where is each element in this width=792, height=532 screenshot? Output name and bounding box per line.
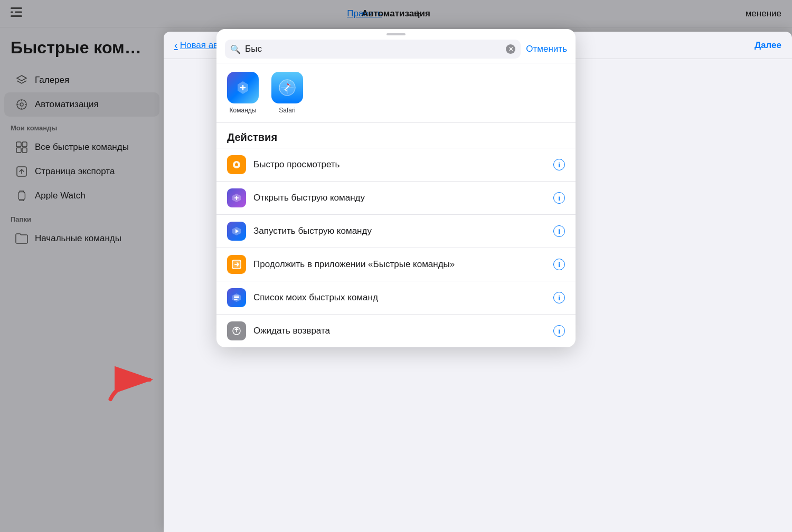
search-icon: 🔍: [230, 44, 241, 54]
action-run-shortcut-info[interactable]: i: [553, 225, 565, 237]
action-await-return-label: Ожидать возврата: [253, 326, 546, 336]
sheet-handle: [216, 29, 576, 35]
run-shortcut-icon: [227, 222, 246, 241]
action-item-quick-view[interactable]: Быстро просмотреть i: [216, 148, 576, 181]
shortcuts-app-label: Команды: [230, 107, 257, 114]
quick-view-icon: [227, 155, 246, 174]
app-item-shortcuts[interactable]: Команды: [227, 72, 259, 114]
app-item-safari[interactable]: Safari: [271, 72, 303, 114]
action-item-run-shortcut[interactable]: Запустить быструю команду i: [216, 214, 576, 248]
search-actions-sheet: 🔍 ✕ Отменить Команды: [216, 29, 576, 347]
apps-row: Команды Safari: [216, 63, 576, 123]
handle-bar: [386, 33, 406, 35]
action-continue-app-info[interactable]: i: [553, 259, 565, 270]
action-my-shortcuts-list-label: Список моих быстрых команд: [253, 292, 546, 303]
search-clear-button[interactable]: ✕: [506, 44, 515, 54]
search-input[interactable]: [245, 44, 502, 54]
action-item-my-shortcuts-list[interactable]: Список моих быстрых команд i: [216, 281, 576, 314]
actions-section: Действия Быстро просмотреть i Открыт: [216, 123, 576, 347]
action-open-shortcut-label: Открыть быструю команду: [253, 193, 546, 203]
action-quick-view-info[interactable]: i: [553, 159, 565, 170]
shortcuts-app-icon: [227, 72, 259, 103]
action-my-shortcuts-list-info[interactable]: i: [553, 292, 565, 303]
next-button[interactable]: Далее: [755, 40, 781, 51]
continue-app-icon: [227, 255, 246, 274]
search-input-wrapper: 🔍 ✕: [225, 40, 521, 59]
action-item-await-return[interactable]: Ожидать возврата i: [216, 314, 576, 347]
safari-app-label: Safari: [279, 107, 295, 114]
action-run-shortcut-label: Запустить быструю команду: [253, 226, 546, 236]
action-continue-app-label: Продолжить в приложении «Быстрые команды…: [253, 259, 546, 270]
search-cancel-button[interactable]: Отменить: [526, 44, 567, 54]
action-quick-view-label: Быстро просмотреть: [253, 159, 546, 170]
back-chevron-icon: ‹: [174, 39, 178, 51]
action-item-continue-app[interactable]: Продолжить в приложении «Быстрые команды…: [216, 248, 576, 281]
action-open-shortcut-info[interactable]: i: [553, 192, 565, 204]
safari-app-icon: [271, 72, 303, 103]
svg-point-16: [236, 163, 237, 164]
my-shortcuts-list-icon: [227, 288, 246, 307]
action-await-return-info[interactable]: i: [553, 325, 565, 337]
open-shortcut-icon: [227, 188, 246, 207]
search-bar: 🔍 ✕ Отменить: [216, 35, 576, 63]
actions-section-header: Действия: [216, 123, 576, 148]
await-return-icon: [227, 321, 246, 340]
action-item-open-shortcut[interactable]: Открыть быструю команду i: [216, 181, 576, 214]
